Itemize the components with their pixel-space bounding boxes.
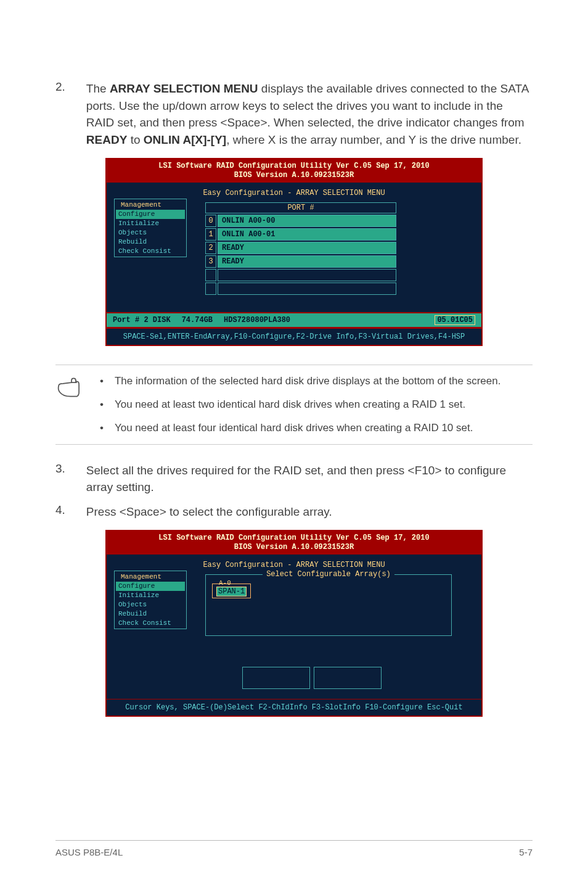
- bios1-menu-rebuild[interactable]: Rebuild: [116, 237, 185, 247]
- bios1-port-row-2[interactable]: 2 READY: [205, 242, 396, 254]
- bios1-port-3-idx: 3: [205, 255, 216, 268]
- step-4-number: 4.: [55, 503, 65, 521]
- step-2-number: 2.: [55, 80, 65, 148]
- bios2-menu-title: Management: [120, 573, 163, 580]
- step-3-text: Select all the drives required for the R…: [86, 462, 533, 496]
- bios1-port-3-label: READY: [218, 255, 396, 268]
- bios1-port-0-idx: 0: [205, 215, 216, 227]
- bios2-menu-objects[interactable]: Objects: [116, 600, 185, 609]
- step-4: 4. Press <Space> to select the configura…: [55, 503, 533, 521]
- bios1-port-row-5: [205, 283, 396, 295]
- bios2-blank-box-1: [242, 667, 310, 689]
- note-3: • You need at least four identical hard …: [100, 421, 529, 435]
- bios1-management-menu: Management Configure Initialize Objects …: [114, 199, 187, 257]
- bullet-icon: •: [100, 374, 104, 389]
- step-2-seg-a: The: [86, 82, 110, 95]
- bios2-menu-check-consist[interactable]: Check Consist: [116, 619, 185, 628]
- bios2-inner-subtitle: Select Configurable Array(s): [212, 570, 445, 579]
- note-3-text: You need at least four identical hard di…: [115, 421, 473, 435]
- bios2-title-line2: BIOS Version A.10.09231523R: [110, 543, 478, 552]
- bios1-port-1-label: ONLIN A00-01: [218, 228, 396, 241]
- note-1-text: The information of the selected hard dis…: [115, 374, 501, 389]
- bios2-menu-initialize[interactable]: Initialize: [116, 591, 185, 600]
- bios1-title-line2: BIOS Version A.10.09231523R: [110, 171, 478, 180]
- bios2-inner-panel: Select Configurable Array(s) A-0 SPAN-1: [205, 574, 452, 689]
- bios2-title-line1: LSI Software RAID Configuration Utility …: [110, 534, 478, 543]
- step-2: 2. The ARRAY SELECTION MENU displays the…: [55, 80, 533, 148]
- footer-page-number: 5-7: [519, 847, 533, 857]
- bios2-blank-boxes: [242, 667, 452, 689]
- note-2: • You need at least two identical hard d…: [100, 397, 529, 412]
- bios1-menu-check-consist[interactable]: Check Consist: [116, 247, 185, 256]
- bios1-title: LSI Software RAID Configuration Utility …: [107, 159, 481, 183]
- bios1-port-row-4: [205, 269, 396, 281]
- bios1-disk-info-bar: Port # 2 DISK 74.74GB HDS728080PLA380 05…: [107, 312, 481, 328]
- bios-screenshot-1: LSI Software RAID Configuration Utility …: [55, 158, 533, 346]
- bios2-blank-box-2: [314, 667, 382, 689]
- note-2-text: You need at least two identical hard dis…: [115, 397, 465, 412]
- note-1: • The information of the selected hard d…: [100, 374, 529, 389]
- bios2-title: LSI Software RAID Configuration Utility …: [107, 531, 481, 555]
- bios1-menu-title: Management: [120, 201, 163, 208]
- bios1-port-row-3[interactable]: 3 READY: [205, 255, 396, 268]
- step-3-number: 3.: [55, 462, 65, 496]
- bios1-disk-port: Port # 2 DISK: [113, 316, 171, 324]
- bios1-port-1-idx: 1: [205, 228, 216, 241]
- bios1-port-5-idx: [205, 283, 216, 295]
- step-2-text: The ARRAY SELECTION MENU displays the av…: [86, 80, 533, 148]
- bios1-menu-initialize[interactable]: Initialize: [116, 219, 185, 228]
- note-hand-icon: [55, 374, 88, 435]
- bios1-port-header: PORT #: [205, 202, 396, 213]
- step-2-seg-d: , where X is the array number, and Y is …: [226, 133, 521, 146]
- bios2-span-value: SPAN-1: [216, 587, 247, 596]
- bios1-title-line1: LSI Software RAID Configuration Utility …: [110, 162, 478, 171]
- bios2-menu-rebuild[interactable]: Rebuild: [116, 609, 185, 619]
- step-3: 3. Select all the drives required for th…: [55, 462, 533, 496]
- bios2-span-box[interactable]: A-0 SPAN-1: [212, 584, 251, 598]
- step-2-bold-c: ONLIN A[X]-[Y]: [144, 133, 226, 146]
- step-2-bold-b: READY: [86, 133, 128, 146]
- bios1-port-row-1[interactable]: 1 ONLIN A00-01: [205, 228, 396, 241]
- bios-screenshot-2: LSI Software RAID Configuration Utility …: [55, 530, 533, 717]
- bios1-disk-size: 74.74GB: [182, 316, 213, 324]
- bios2-footer-help: Cursor Keys, SPACE-(De)Select F2-ChIdInf…: [107, 699, 481, 716]
- footer-product: ASUS P8B-E/4L: [55, 847, 123, 857]
- bios1-disk-model: HDS728080PLA380: [224, 316, 290, 324]
- note-block: • The information of the selected hard d…: [55, 365, 533, 444]
- step-2-bold-a: ARRAY SELECTION MENU: [110, 82, 258, 95]
- bios1-disk-code: 05.01C05: [435, 315, 475, 325]
- bios1-menu-configure[interactable]: Configure: [116, 210, 185, 219]
- bios1-port-panel: PORT # 0 ONLIN A00-00 1 ONLIN A00-01 2 R…: [205, 202, 396, 295]
- bullet-icon: •: [100, 421, 104, 435]
- bios2-subtitle: Easy Configuration - ARRAY SELECTION MEN…: [113, 561, 475, 569]
- bios1-menu-objects[interactable]: Objects: [116, 228, 185, 237]
- bios1-subtitle: Easy Configuration - ARRAY SELECTION MEN…: [113, 189, 475, 197]
- bios1-port-2-idx: 2: [205, 242, 216, 254]
- bios1-port-2-label: READY: [218, 242, 396, 254]
- bios2-span-head: A-0: [219, 579, 247, 587]
- bullet-icon: •: [100, 397, 104, 412]
- bios2-menu-configure[interactable]: Configure: [116, 582, 185, 591]
- bios1-port-4-idx: [205, 269, 216, 281]
- step-4-text: Press <Space> to select the configurable…: [86, 503, 533, 521]
- bios1-port-4-label: [218, 269, 396, 281]
- bios2-inner-subtitle-text: Select Configurable Array(s): [263, 570, 394, 579]
- page-footer: ASUS P8B-E/4L 5-7: [55, 840, 533, 857]
- bios1-footer-help: SPACE-Sel,ENTER-EndArray,F10-Configure,F…: [107, 328, 481, 345]
- bios2-management-menu: Management Configure Initialize Objects …: [114, 571, 187, 629]
- bios1-port-row-0[interactable]: 0 ONLIN A00-00: [205, 215, 396, 227]
- bios1-port-5-label: [218, 283, 396, 295]
- step-2-seg-c: to: [127, 133, 143, 146]
- bios1-port-0-label: ONLIN A00-00: [218, 215, 396, 227]
